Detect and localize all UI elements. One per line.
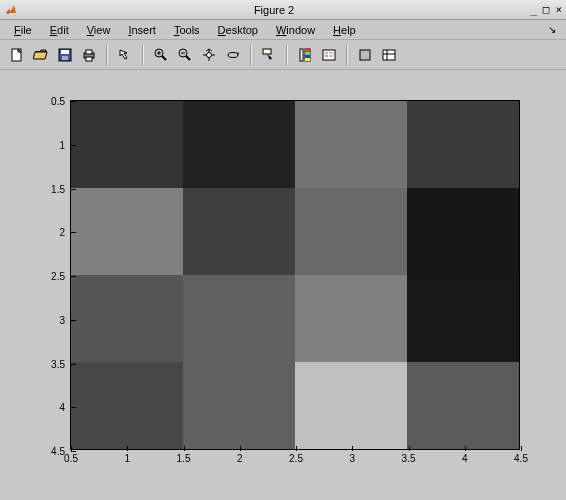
matlab-app-icon [4, 3, 18, 17]
print-button[interactable] [78, 44, 100, 66]
svg-rect-3 [62, 56, 68, 60]
menu-tools[interactable]: Tools [166, 22, 208, 38]
figure-canvas: 0.511.522.533.544.50.511.522.533.544.5 [0, 70, 566, 500]
x-tick-label: 4.5 [514, 453, 528, 464]
heatmap-cell [183, 101, 295, 188]
save-icon [57, 47, 73, 63]
showtools-icon [381, 47, 397, 63]
insert-legend-button[interactable] [318, 44, 340, 66]
menu-window[interactable]: Window [268, 22, 323, 38]
maximize-button[interactable]: □ [543, 3, 550, 16]
y-tick-label: 1.5 [51, 183, 65, 194]
menu-insert[interactable]: Insert [120, 22, 164, 38]
heatmap-cell [407, 362, 519, 449]
x-tick-mark [184, 446, 185, 451]
y-tick-label: 2.5 [51, 271, 65, 282]
svg-point-14 [207, 52, 212, 57]
data-cursor-button[interactable] [258, 44, 280, 66]
heatmap-cell [295, 101, 407, 188]
new-icon [9, 47, 25, 63]
hide-tools-button[interactable] [354, 44, 376, 66]
insert-colorbar-button[interactable] [294, 44, 316, 66]
svg-line-8 [162, 56, 166, 60]
x-tick-mark [465, 446, 466, 451]
svg-rect-28 [360, 50, 370, 60]
y-tick-mark [71, 189, 76, 190]
x-tick-mark [409, 446, 410, 451]
rotate-icon [225, 47, 241, 63]
x-tick-label: 2 [237, 453, 243, 464]
menu-help[interactable]: Help [325, 22, 364, 38]
y-tick-mark [71, 407, 76, 408]
y-tick-mark [71, 451, 76, 452]
svg-rect-16 [263, 49, 271, 54]
toolbar-separator [250, 45, 252, 65]
svg-rect-6 [86, 57, 92, 61]
datacursor-icon [261, 47, 277, 63]
svg-rect-5 [86, 50, 92, 54]
heatmap-cell [407, 188, 519, 275]
heatmap-cell [183, 362, 295, 449]
open-icon [33, 47, 49, 63]
x-tick-label: 0.5 [64, 453, 78, 464]
heatmap-cell [183, 188, 295, 275]
x-tick-mark [127, 446, 128, 451]
edit-plot-button[interactable] [114, 44, 136, 66]
minimize-button[interactable]: _ [530, 3, 537, 16]
menu-desktop[interactable]: Desktop [210, 22, 266, 38]
y-tick-label: 0.5 [51, 96, 65, 107]
pan-button[interactable] [198, 44, 220, 66]
heatmap-cell [407, 275, 519, 362]
svg-rect-22 [305, 58, 310, 61]
rotate3d-button[interactable] [222, 44, 244, 66]
show-tools-button[interactable] [378, 44, 400, 66]
x-tick-mark [240, 446, 241, 451]
print-icon [81, 47, 97, 63]
figure-window: Figure 2 _ □ × FileEditViewInsertToolsDe… [0, 0, 566, 500]
new-figure-button[interactable] [6, 44, 28, 66]
open-button[interactable] [30, 44, 52, 66]
svg-rect-23 [323, 50, 335, 60]
y-tick-label: 3.5 [51, 358, 65, 369]
y-tick-mark [71, 232, 76, 233]
save-button[interactable] [54, 44, 76, 66]
zoom-out-icon [177, 47, 193, 63]
heatmap-cell [183, 275, 295, 362]
svg-rect-17 [300, 49, 303, 61]
heatmap-cell [71, 188, 183, 275]
menu-edit[interactable]: Edit [42, 22, 77, 38]
y-tick-label: 3 [59, 314, 65, 325]
y-tick-label: 4.5 [51, 446, 65, 457]
zoom-in-icon [153, 47, 169, 63]
window-titlebar: Figure 2 _ □ × [0, 0, 566, 20]
arrow-icon [117, 47, 133, 63]
dock-corner-icon[interactable]: ↘ [548, 24, 560, 35]
y-tick-mark [71, 145, 76, 146]
zoom-out-button[interactable] [174, 44, 196, 66]
y-tick-mark [71, 276, 76, 277]
figure-toolbar [0, 40, 566, 70]
x-tick-label: 1.5 [177, 453, 191, 464]
legend-icon [321, 47, 337, 63]
menu-view[interactable]: View [79, 22, 119, 38]
y-tick-label: 4 [59, 402, 65, 413]
x-tick-mark [352, 446, 353, 451]
svg-rect-19 [305, 49, 310, 52]
y-tick-mark [71, 101, 76, 102]
heatmap-cell [295, 188, 407, 275]
x-tick-label: 4 [462, 453, 468, 464]
menu-file[interactable]: File [6, 22, 40, 38]
zoom-in-button[interactable] [150, 44, 172, 66]
y-tick-label: 2 [59, 227, 65, 238]
y-tick-mark [71, 364, 76, 365]
colorbar-icon [297, 47, 313, 63]
heatmap-cell [71, 275, 183, 362]
svg-rect-2 [61, 50, 69, 54]
x-tick-label: 3 [349, 453, 355, 464]
toolbar-separator [106, 45, 108, 65]
axes[interactable]: 0.511.522.533.544.50.511.522.533.544.5 [70, 100, 520, 450]
x-tick-mark [521, 446, 522, 451]
pan-icon [201, 47, 217, 63]
close-button[interactable]: × [555, 3, 562, 16]
toolbar-separator [142, 45, 144, 65]
